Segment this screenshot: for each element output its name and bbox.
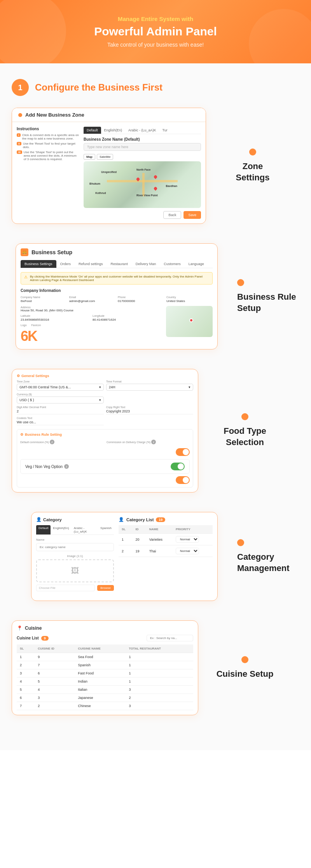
cat-tabs[interactable]: Default English(En) Arabic - (Lu_aA)K Sp… [36, 525, 114, 535]
map-tab-map[interactable]: Map [84, 154, 95, 160]
country-value: United States [166, 299, 213, 303]
cuisine-row: 📍 Cuisine Cuisine List 9 SL CUISINE ID [12, 620, 299, 715]
phone-label: Phone [118, 296, 164, 299]
cookies-label: Cookies Text [17, 417, 104, 419]
cat-row-priority[interactable]: Normal High Low [173, 534, 213, 545]
area-label-5: River View Point [136, 194, 158, 197]
business-card-body: 🍔 Business Setup Business Settings Order… [16, 244, 217, 349]
cuisine-search-input[interactable] [147, 635, 193, 641]
timezone-label: Time Zone [17, 380, 104, 383]
currency-select[interactable]: USD ( $ ) ▾ [17, 396, 104, 403]
longitude-field: Longitude 80.41408971624 [93, 314, 162, 321]
cat-tab-arabic[interactable]: Arabic - (Lu_aA)K [72, 525, 98, 534]
cookies-value: We use co... [17, 420, 104, 425]
zone-instructions: Instructions i Click & connect dots in a… [17, 127, 79, 219]
cat-image-hint: Image (1:1) [36, 554, 114, 558]
business-rule-feature-name: Business RuleSetup [237, 292, 299, 314]
cat-top: 👤 Category Default English(En) Arabic - … [36, 517, 213, 591]
zone-tab-english[interactable]: English(En) [101, 127, 126, 134]
cat-tab-spanish[interactable]: Spanish [98, 525, 114, 534]
ft-row-2: Currency ($) USD ( $ ) ▾ [17, 393, 193, 403]
default-commission-field: Default commission (%) i [20, 440, 103, 445]
back-button[interactable]: Back [163, 211, 181, 219]
rule-icon: ⚙ [20, 433, 23, 437]
country-label: Country [166, 296, 213, 299]
list-item: 7 2 Chinese 3 [17, 702, 193, 710]
category-card: 👤 Category Default English(En) Arabic - … [31, 512, 218, 601]
step-badge: 1 [12, 79, 29, 96]
bs-tab-settings[interactable]: Business Settings [21, 260, 56, 268]
company-name-label: Company Name [21, 296, 67, 299]
cuisine-card: 📍 Cuisine Cuisine List 9 SL CUISINE ID [12, 620, 198, 715]
toggles-col [176, 448, 190, 456]
bs-tab-orders[interactable]: Orders [56, 260, 75, 268]
cuisine-th-total: TOTAL RESTAURANT [126, 644, 193, 653]
veg-non-veg-row: Veg / Non Veg Option i [20, 459, 190, 474]
toggle-bottom[interactable] [176, 476, 190, 484]
zone-tab-arabic[interactable]: Arabic - (Lu_aA)K [125, 127, 159, 134]
bs-tab-delivery[interactable]: Delivery Man [132, 260, 160, 268]
phone-field: Phone 0170000000 [118, 296, 164, 303]
map-tab-satellite[interactable]: Satellite [97, 154, 113, 160]
cuisine-row-id: 5 [35, 678, 75, 686]
bs-tab-restaurant[interactable]: Restaurant [107, 260, 132, 268]
cat-form-title: 👤 Category [36, 517, 114, 522]
bs-tab-refund[interactable]: Refund settings [75, 260, 107, 268]
section-title: Configure the Business First [35, 82, 162, 93]
table-row: 2 19 Thai Normal High Low [119, 545, 213, 557]
zone-map-image: Unspecified North Face Bhukum Kothrud Ri… [84, 161, 201, 208]
zone-tab-tur[interactable]: Tur [159, 127, 171, 134]
bs-tab-language[interactable]: Language [185, 260, 208, 268]
cat-browse-button[interactable]: Browse [97, 585, 114, 591]
cat-table: SL ID NAME PRIORITY 1 20 Varieties Norma [119, 525, 213, 557]
rule-row-1: Default commission (%) i Commission on D… [20, 440, 190, 445]
cuisine-row-total: 1 [126, 669, 193, 678]
cat-row-priority[interactable]: Normal High Low [173, 545, 213, 557]
cat-th-priority: PRIORITY [173, 525, 213, 534]
timeformat-select[interactable]: 24H ▾ [106, 384, 193, 391]
cat-th-id: ID [133, 525, 146, 534]
map-pin-3 [154, 175, 158, 179]
veg-label: Veg / Non Veg Option i [25, 464, 69, 469]
cuisine-row-name: Japanese [75, 694, 126, 702]
priority-select[interactable]: Normal High Low [176, 536, 199, 543]
bs-tabs[interactable]: Business Settings Orders Refund settings… [21, 260, 213, 268]
cat-count-badge: 19 [156, 517, 165, 522]
bs-tab-customers[interactable]: Customers [160, 260, 185, 268]
category-card-body: 👤 Category Default English(En) Arabic - … [31, 512, 217, 601]
warning-icon: ⚠ [24, 275, 28, 282]
area-label-4: Kothrud [95, 192, 106, 194]
cuisine-row-total: 1 [126, 678, 193, 686]
priority-select[interactable]: Normal High Low [176, 548, 199, 554]
cat-name-input[interactable] [36, 543, 114, 551]
cuisine-row-sl: 7 [17, 702, 35, 710]
zone-tabs[interactable]: Default English(En) Arabic - (Lu_aA)K Tu… [84, 127, 201, 134]
cat-list-section: 👤 Category List 19 SL ID NAME PRIORITY [119, 517, 213, 591]
toggle-1[interactable] [176, 448, 190, 456]
veg-toggle[interactable] [171, 463, 185, 470]
cuisine-row-id: 2 [35, 702, 75, 710]
food-type-card-body: ⚙ General Settings Time Zone GMT-06:00 C… [12, 369, 198, 492]
copyright-value: Copyright 2023 [106, 409, 193, 414]
cat-image-upload[interactable]: 🖼 [36, 559, 114, 582]
header-dot [18, 113, 22, 117]
food-type-row: ⚙ General Settings Time Zone GMT-06:00 C… [12, 369, 299, 493]
info-icon-3: i [64, 464, 69, 469]
cat-tab-default[interactable]: Default [36, 525, 51, 534]
map-view-tabs[interactable]: Map Satellite [84, 154, 201, 160]
save-button[interactable]: Save [183, 211, 201, 219]
cuisine-row-sl: 1 [17, 653, 35, 661]
cat-row-name: Varieties [146, 534, 173, 545]
cat-file-input[interactable]: Choose File [36, 585, 95, 591]
cat-tab-english[interactable]: English(En) [51, 525, 71, 534]
cat-list-icon: 👤 [119, 517, 124, 522]
timezone-field: Time Zone GMT-06:00 Central Time (US &..… [17, 380, 104, 391]
zone-name-input[interactable]: Type new zone name here [84, 143, 201, 151]
hero-section: Manage Entire System with Powerful Admin… [0, 0, 311, 63]
zone-tab-default[interactable]: Default [84, 127, 101, 134]
food-type-dot [241, 413, 248, 420]
latitude-label: Latitude [21, 314, 90, 317]
chevron-down-icon-2: ▾ [189, 385, 190, 389]
timezone-select[interactable]: GMT-06:00 Central Time (US &... ▾ [17, 384, 104, 391]
zone-form-map: Default English(En) Arabic - (Lu_aA)K Tu… [84, 127, 201, 219]
